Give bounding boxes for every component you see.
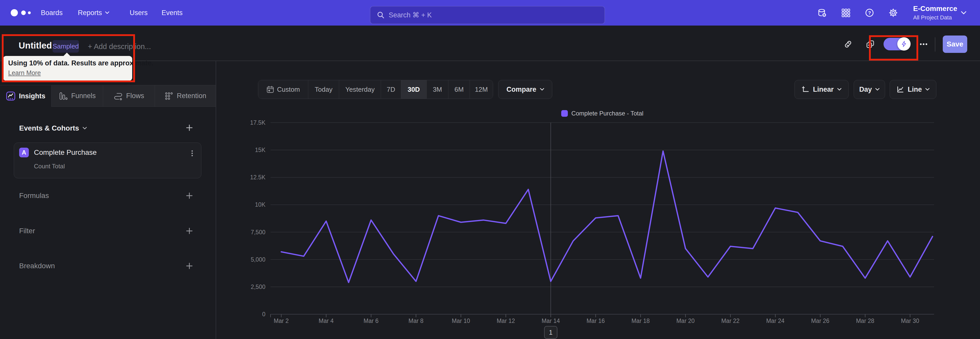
tab-label: Funnels (71, 92, 96, 100)
section-formulas-label: Formulas (19, 192, 49, 200)
add-filter-button[interactable] (185, 226, 194, 235)
chart-page-indicator[interactable]: 1 (544, 326, 557, 339)
more-options-icon[interactable] (919, 40, 928, 48)
y-axis-tick-label: 15K (224, 146, 266, 154)
tooltip-learn-more-link[interactable]: Learn More (8, 69, 41, 77)
x-axis-tick-label: Mar 10 (452, 318, 470, 325)
chevron-down-icon (961, 11, 966, 14)
chart-type-label: Line (908, 86, 922, 93)
range-label: 12M (475, 86, 488, 93)
events-cohorts-label: Events & Cohorts (19, 124, 79, 132)
tab-flows[interactable]: Flows (103, 85, 155, 107)
tab-label: Flows (126, 92, 144, 100)
sampling-toggle[interactable] (883, 38, 910, 50)
top-nav: Boards Reports Users Events Search ⌘ + K (0, 0, 980, 26)
lightning-icon (900, 40, 908, 48)
data-settings-icon[interactable] (818, 8, 826, 17)
event-series-badge: A (19, 148, 29, 157)
tab-funnels[interactable]: Funnels (52, 85, 103, 107)
tooltip-text: Using 10% of data. Results are approxima… (8, 59, 153, 67)
event-name[interactable]: Complete Purchase (34, 149, 97, 157)
range-30d[interactable]: 30D (401, 80, 427, 99)
add-breakdown-button[interactable] (185, 261, 194, 270)
nav-item-boards[interactable]: Boards (41, 0, 63, 26)
tab-insights[interactable]: Insights (0, 85, 52, 107)
x-axis-tick-label: Mar 14 (542, 318, 560, 325)
x-axis-tick-label: Mar 20 (676, 318, 695, 325)
project-switcher[interactable]: E-Commerce All Project Data (908, 0, 975, 26)
chevron-down-icon (875, 88, 880, 91)
add-description-button[interactable]: + Add description... (88, 42, 151, 51)
x-axis-tick-label: Mar 22 (721, 318, 740, 325)
x-axis-tick-label: Mar 12 (496, 318, 515, 325)
event-metric[interactable]: Count Total (34, 163, 65, 170)
sampled-badge[interactable]: Sampled (52, 40, 79, 53)
x-axis-tick-label: Mar 6 (364, 318, 379, 325)
settings-gear-icon[interactable] (889, 8, 897, 17)
line-chart-icon (897, 86, 904, 93)
chart-legend[interactable]: Complete Purchase - Total (270, 110, 934, 117)
nav-item-label: Users (130, 9, 148, 17)
tooltip-arrow (63, 53, 70, 56)
range-today[interactable]: Today (308, 80, 339, 99)
flows-icon (114, 91, 123, 101)
calendar-icon (266, 86, 274, 93)
y-axis-tick-label: 17.5K (224, 118, 266, 127)
range-6m[interactable]: 6M (449, 80, 470, 99)
tab-retention[interactable]: Retention (155, 85, 216, 107)
range-12m[interactable]: 12M (470, 80, 493, 99)
search-input[interactable]: Search ⌘ + K (370, 6, 605, 24)
mixpanel-logo-icon[interactable] (10, 8, 35, 17)
nav-item-label: Boards (41, 9, 63, 17)
axis-scale-icon (802, 86, 809, 93)
y-axis-tick-label: 7,500 (224, 228, 266, 236)
x-axis-tick-label: Mar 26 (811, 318, 829, 325)
y-axis-tick-label: 5,000 (224, 256, 266, 264)
sampling-tooltip: Using 10% of data. Results are approxima… (3, 56, 132, 81)
compare-dropdown[interactable]: Compare (498, 80, 552, 99)
range-yesterday[interactable]: Yesterday (339, 80, 381, 99)
nav-item-reports[interactable]: Reports (78, 0, 109, 26)
range-3m[interactable]: 3M (427, 80, 449, 99)
x-axis-tick-label: Mar 28 (856, 318, 874, 325)
retention-icon (164, 91, 173, 101)
search-placeholder: Search ⌘ + K (389, 11, 432, 19)
interval-dropdown[interactable]: Day (854, 80, 885, 99)
scale-dropdown[interactable]: Linear (794, 80, 849, 99)
x-axis-tick-label: Mar 2 (274, 318, 289, 325)
section-filter-label: Filter (19, 227, 35, 235)
range-label: Today (315, 86, 332, 93)
range-custom[interactable]: Custom (258, 80, 308, 99)
x-axis-tick-label: Mar 4 (319, 318, 334, 325)
date-range-group: Custom Today Yesterday 7D 30D 3M 6M 12M (258, 80, 493, 99)
report-title[interactable]: Untitled (19, 40, 52, 51)
chart-type-dropdown[interactable]: Line (890, 80, 936, 99)
help-icon[interactable]: ? (865, 8, 874, 17)
range-label: 6M (455, 86, 464, 93)
range-label: Yesterday (345, 86, 375, 93)
chevron-down-icon (83, 127, 87, 130)
add-formula-button[interactable] (185, 191, 194, 200)
nav-item-events[interactable]: Events (162, 0, 183, 26)
line-chart[interactable] (270, 123, 934, 327)
save-button[interactable]: Save (943, 35, 967, 53)
kebab-menu-icon[interactable] (188, 149, 197, 158)
y-axis-tick-label: 0 (224, 310, 266, 318)
range-7d[interactable]: 7D (381, 80, 401, 99)
compare-label: Compare (506, 86, 536, 93)
scale-label: Linear (813, 86, 834, 93)
event-card[interactable]: A Complete Purchase Count Total (14, 142, 201, 178)
nav-item-users[interactable]: Users (130, 0, 148, 26)
legend-label: Complete Purchase - Total (571, 110, 643, 117)
add-event-button[interactable] (185, 123, 194, 132)
x-axis-tick-label: Mar 30 (901, 318, 919, 325)
apps-grid-icon[interactable] (842, 8, 850, 17)
interval-label: Day (859, 86, 872, 93)
copy-link-icon[interactable] (844, 40, 853, 48)
sidebar-divider (216, 61, 216, 339)
add-to-board-icon[interactable] (866, 40, 875, 48)
divider (935, 37, 935, 51)
range-label: Custom (277, 86, 300, 93)
events-cohorts-header[interactable]: Events & Cohorts (19, 124, 87, 132)
x-axis-tick-label: Mar 18 (632, 318, 650, 325)
